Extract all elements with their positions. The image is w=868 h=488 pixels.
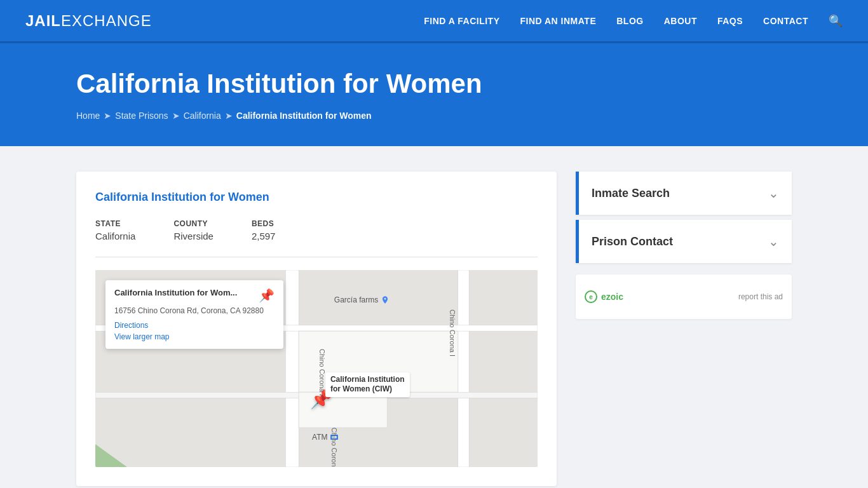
breadcrumb-current: California Institution for Women xyxy=(236,111,372,121)
content-area: California Institution for Women STATE C… xyxy=(0,146,868,488)
divider xyxy=(95,257,538,257)
beds-label: BEDS xyxy=(252,219,276,228)
nav-about[interactable]: ABOUT xyxy=(664,16,697,26)
facility-title: California Institution for Women xyxy=(95,191,538,204)
popup-address: 16756 Chino Corona Rd, Corona, CA 92880 xyxy=(114,306,275,316)
inmate-search-chevron: ⌄ xyxy=(768,186,779,201)
nav-blog[interactable]: BLOG xyxy=(616,16,643,26)
facility-panel: California Institution for Women STATE C… xyxy=(76,172,557,486)
breadcrumb-sep-3: ➤ xyxy=(225,111,233,121)
breadcrumb-sep-2: ➤ xyxy=(172,111,180,121)
road-label-1: Chino Corona I xyxy=(449,309,456,356)
report-ad-link[interactable]: report this ad xyxy=(738,292,783,301)
inmate-search-accordion: Inmate Search ⌄ xyxy=(576,172,792,215)
facility-info-grid: STATE California COUNTY Riverside BEDS 2… xyxy=(95,219,538,241)
ezoic-icon: e xyxy=(585,290,597,303)
right-panel: Inmate Search ⌄ Prison Contact ⌄ e ezoic… xyxy=(576,172,792,319)
ezoic-label: ezoic xyxy=(601,292,623,302)
nav-find-inmate[interactable]: FIND AN INMATE xyxy=(520,16,596,26)
map-container: California Institution for Wom... 📌 1675… xyxy=(95,270,538,467)
main-nav: FIND A FACILITY FIND AN INMATE BLOG ABOU… xyxy=(424,14,843,28)
ad-area: e ezoic report this ad xyxy=(576,274,792,319)
search-icon-button[interactable]: 🔍 xyxy=(829,14,843,28)
directions-icon: 📌 xyxy=(259,288,275,303)
ezoic-badge: e ezoic xyxy=(585,290,623,303)
hero-section: California Institution for Women Home ➤ … xyxy=(0,43,868,146)
county-info: COUNTY Riverside xyxy=(173,219,214,241)
breadcrumb: Home ➤ State Prisons ➤ California ➤ Cali… xyxy=(76,111,792,121)
beds-info: BEDS 2,597 xyxy=(252,219,276,241)
county-label: COUNTY xyxy=(173,219,214,228)
county-value: Riverside xyxy=(173,231,214,241)
map-pin-label: California Institution for Women (CIW) xyxy=(325,372,410,397)
nav-find-facility[interactable]: FIND A FACILITY xyxy=(424,16,499,26)
logo-exchange: EXCHANGE xyxy=(61,12,152,29)
beds-value: 2,597 xyxy=(252,231,276,241)
nav-faqs[interactable]: FAQs xyxy=(717,16,743,26)
garcia-farms-label: García farms xyxy=(334,295,390,304)
logo-jail: JAIL xyxy=(25,12,61,29)
page-title: California Institution for Women xyxy=(76,69,792,99)
popup-title: California Institution for Wom... xyxy=(114,288,254,297)
prison-contact-title: Prison Contact xyxy=(592,235,673,248)
site-logo[interactable]: JAILEXCHANGE xyxy=(25,12,152,30)
map-popup: California Institution for Wom... 📌 1675… xyxy=(105,280,283,349)
view-larger-map-link[interactable]: View larger map xyxy=(114,332,275,341)
directions-link[interactable]: Directions xyxy=(114,321,148,330)
state-label: STATE xyxy=(95,219,135,228)
state-value: California xyxy=(95,231,135,241)
breadcrumb-sep-1: ➤ xyxy=(104,111,111,121)
prison-contact-chevron: ⌄ xyxy=(768,234,779,249)
road-label-bottom: Chino Corona Rc xyxy=(330,428,338,467)
state-info: STATE California xyxy=(95,219,135,241)
prison-contact-header[interactable]: Prison Contact ⌄ xyxy=(579,220,792,263)
prison-contact-accordion: Prison Contact ⌄ xyxy=(576,220,792,263)
svg-rect-1 xyxy=(285,270,299,467)
nav-contact[interactable]: CONTACT xyxy=(763,16,808,26)
inmate-search-title: Inmate Search xyxy=(592,187,670,200)
breadcrumb-california[interactable]: California xyxy=(184,111,221,121)
breadcrumb-state-prisons[interactable]: State Prisons xyxy=(115,111,168,121)
site-header: JAILEXCHANGE FIND A FACILITY FIND AN INM… xyxy=(0,0,868,41)
svg-rect-2 xyxy=(458,270,469,467)
breadcrumb-home[interactable]: Home xyxy=(76,111,100,121)
inmate-search-header[interactable]: Inmate Search ⌄ xyxy=(579,172,792,215)
